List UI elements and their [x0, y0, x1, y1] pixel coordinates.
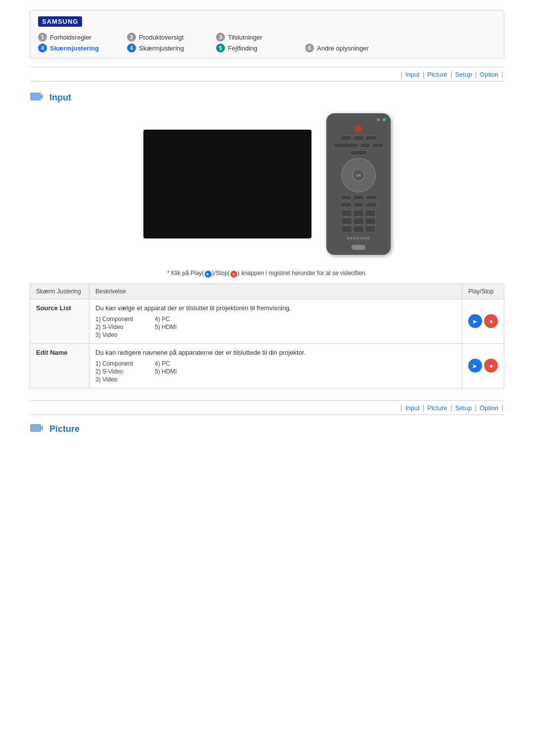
- input-section-icon: [30, 92, 45, 103]
- sep-b2: |: [423, 404, 425, 412]
- nav-item-4-active[interactable]: 4 Skærmjustering: [38, 44, 127, 52]
- input-section-title: Input: [49, 93, 71, 103]
- source-list-label: Source List: [30, 299, 89, 344]
- info-table: Skærm Justering Beskrivelse Play/Stop So…: [30, 284, 504, 388]
- nav-label-4a: Skærmjustering: [50, 45, 99, 52]
- remote-dpad: OK: [341, 158, 376, 192]
- indicator-green: [383, 118, 386, 121]
- nav-item-2[interactable]: 2 Produktoversigt: [127, 33, 216, 42]
- edit-item-3: 3) Video: [95, 376, 155, 383]
- remote-btn-1: [341, 136, 352, 141]
- picture-section-title: Picture: [49, 424, 80, 434]
- nav-num-5: 5: [216, 44, 225, 52]
- nav-item-4b[interactable]: 4 Skærmjustering: [127, 44, 216, 52]
- remote-num-2: [353, 210, 364, 217]
- remote-power: [352, 245, 365, 250]
- nav-num-1: 1: [38, 33, 47, 42]
- remote-control: OK: [326, 113, 391, 255]
- remote-num-1: [341, 210, 352, 217]
- tab-setup-bottom[interactable]: Setup: [455, 404, 472, 412]
- tab-option-bottom[interactable]: Option: [480, 404, 498, 412]
- nav-item-3[interactable]: 3 Tilslutninger: [216, 33, 305, 42]
- nav-item-5[interactable]: 5 Fejlfinding: [216, 44, 305, 52]
- remote-btn-3: [365, 136, 376, 141]
- col-header-beskrivelse: Beskrivelse: [89, 284, 462, 299]
- content-area: OK: [30, 113, 504, 255]
- source-list-sub: 1) Component 4) PC 2) S-Video 5) HDMI 3)…: [95, 316, 456, 338]
- source-list-play-btn[interactable]: ▶: [468, 314, 482, 328]
- sep-5: |: [501, 70, 503, 78]
- remote-indicators: [377, 118, 387, 121]
- instruction-text: * Klik på Play()/Stop() knappen i regist…: [30, 270, 504, 278]
- source-item-1: 1) Component: [95, 316, 155, 323]
- sep-2: |: [423, 70, 425, 78]
- svg-rect-2: [30, 424, 41, 432]
- samsung-logo: SAMSUNG: [38, 16, 82, 27]
- tab-option-top[interactable]: Option: [480, 71, 498, 78]
- source-item-2: 2) S-Video: [95, 324, 155, 331]
- remote-row-3: [350, 150, 367, 155]
- edit-name-stop-btn[interactable]: ■: [484, 359, 498, 373]
- nav-num-4a: 4: [38, 44, 47, 52]
- remote-num-3: [365, 210, 376, 217]
- edit-name-buttons: ▶ ■: [468, 359, 498, 373]
- tv-screen: [143, 130, 312, 238]
- sep-b1: |: [400, 404, 402, 412]
- remote-btn-11: [365, 202, 376, 207]
- tab-picture-bottom[interactable]: Picture: [427, 404, 447, 412]
- remote-sensor: [355, 125, 362, 132]
- nav-num-6: 6: [305, 44, 314, 52]
- edit-name-label: Edit Name: [30, 344, 89, 388]
- col-header-skærm: Skærm Justering: [30, 284, 89, 299]
- sep-4: |: [475, 70, 477, 78]
- source-item-3: 3) Video: [95, 331, 155, 338]
- stop-icon-inline: [230, 271, 237, 278]
- nav-item-6[interactable]: 6 Andre oplysninger: [305, 44, 394, 52]
- header-box: SAMSUNG 1 Forholdsregler 2 Produktoversi…: [30, 10, 504, 59]
- tab-input-top[interactable]: Input: [405, 71, 420, 78]
- remote-dpad-center: OK: [352, 169, 365, 182]
- remote-btn-2: [353, 136, 364, 141]
- edit-name-sub: 1) Component 4) PC 2) S-Video 5) HDMI 3)…: [95, 360, 456, 383]
- remote-num-4: [341, 218, 352, 225]
- sep-1: |: [400, 70, 402, 78]
- remote-btn-medium: [350, 150, 367, 155]
- source-list-stop-btn[interactable]: ■: [484, 314, 498, 328]
- remote-btn-8: [365, 195, 376, 200]
- sep-b4: |: [475, 404, 477, 412]
- sep-b5: |: [501, 404, 503, 412]
- picture-section-heading: Picture: [30, 423, 504, 435]
- sep-b3: |: [450, 404, 452, 412]
- nav-label-5: Fejlfinding: [228, 45, 257, 52]
- edit-name-play-btn[interactable]: ▶: [468, 359, 482, 373]
- tab-setup-top[interactable]: Setup: [455, 71, 472, 78]
- nav-grid: 1 Forholdsregler 2 Produktoversigt 3 Til…: [38, 33, 496, 52]
- nav-item-1[interactable]: 1 Forholdsregler: [38, 33, 127, 42]
- edit-name-actions: ▶ ■: [462, 344, 504, 388]
- remote-btn-4: [360, 143, 371, 148]
- input-section-heading: Input: [30, 92, 504, 103]
- tab-picture-top[interactable]: Picture: [427, 71, 447, 78]
- nav-label-1: Forholdsregler: [50, 34, 91, 41]
- remote-btn-5: [372, 143, 383, 148]
- remote-row-1: [341, 136, 376, 141]
- indicator-1: [377, 118, 380, 121]
- svg-rect-0: [30, 93, 41, 100]
- remote-btn-wide-1: [334, 143, 358, 148]
- source-item-4: 4) PC: [155, 316, 214, 323]
- sep-3: |: [450, 70, 452, 78]
- nav-label-4b: Skærmjustering: [139, 45, 184, 52]
- col-header-playstop: Play/Stop: [462, 284, 504, 299]
- table-row-source-list: Source List Du kan vælge et apparat der …: [30, 299, 504, 344]
- remote-btn-9: [341, 202, 352, 207]
- edit-item-4: 4) PC: [155, 360, 214, 367]
- play-icon-inline: [205, 271, 212, 278]
- remote-row-2: [334, 143, 383, 148]
- source-list-buttons: ▶ ■: [468, 314, 498, 328]
- source-list-desc: Du kan vælge et apparat der er tilslutte…: [89, 299, 462, 344]
- nav-label-3: Tilslutninger: [228, 34, 263, 41]
- remote-num-8: [353, 226, 364, 233]
- edit-item-2: 2) S-Video: [95, 368, 155, 375]
- tab-input-bottom[interactable]: Input: [405, 404, 420, 412]
- remote-num-9: [365, 226, 376, 233]
